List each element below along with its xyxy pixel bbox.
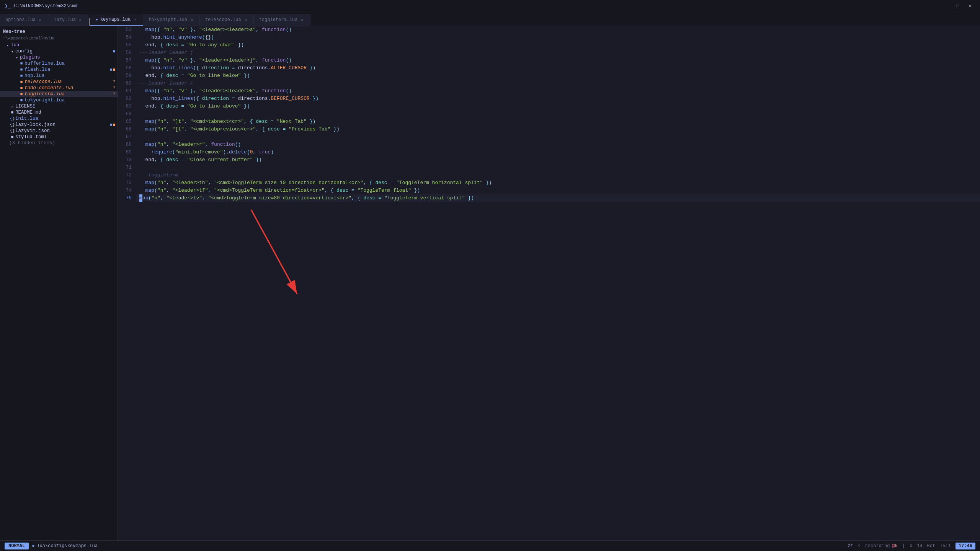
file-icon: ■	[9, 135, 15, 139]
tab-lazy[interactable]: lazy.lua ✕	[48, 14, 88, 26]
status-mode: NORMAL	[5, 543, 29, 549]
tree-label: (3 hidden items)	[9, 140, 118, 146]
tab-label: toggleterm.lua	[259, 17, 298, 23]
tab-keymaps[interactable]: ● keymaps.lua ✕	[90, 14, 143, 26]
tab-close-icon[interactable]: ✕	[243, 17, 248, 23]
tree-label: stylua.toml	[15, 134, 118, 140]
code-line-65: map("n", "]t", "<cmd>tabnext<cr>", { des…	[136, 118, 980, 126]
editor[interactable]: 53 54 55 56 57 58 59 60 61 62 63 64 65 6…	[118, 26, 980, 540]
warning-square	[113, 68, 115, 71]
status-separator: |	[902, 543, 905, 549]
code-line-66: map("n", "[t", "<cmd>tabprevious<cr>", {…	[136, 126, 980, 133]
titlebar: ❯_ C:\WINDOWS\system32\cmd ─ □ ✕	[0, 0, 980, 12]
tree-item-init[interactable]: {} init.lua	[0, 116, 118, 122]
code-line-58: hop.hint_lines({ direction = directions.…	[136, 64, 980, 72]
tab-close-icon[interactable]: ✕	[300, 17, 305, 23]
tree-item-config[interactable]: ▾ config	[0, 48, 118, 54]
main-content: Neo-tree ~\AppData\Local\nvim ▾ lua ▾ co…	[0, 26, 980, 540]
file-icon: ■	[18, 61, 24, 66]
close-button[interactable]: ✕	[965, 2, 975, 10]
tree-item-hidden: (3 hidden items)	[0, 140, 118, 146]
tab-label: lazy.lua	[54, 17, 76, 23]
tree-item-todo-comments[interactable]: ■ todo-comments.lua ?	[0, 85, 118, 91]
tab-toggleterm[interactable]: toggleterm.lua ✕	[254, 14, 310, 26]
tree-item-hop[interactable]: ■ hop.lua	[0, 73, 118, 79]
editor-content: 53 54 55 56 57 58 59 60 61 62 63 64 65 6…	[118, 26, 980, 540]
code-area[interactable]: map({ "n", "v" }, "<leader><leader>a", f…	[136, 26, 980, 540]
tree-item-toggleterm[interactable]: ■ toggleterm.lua ?	[0, 91, 118, 97]
tree-badge	[113, 50, 115, 52]
status-right: zz < recording @k | ≡ 14 Bot 75:1 17:46	[848, 543, 975, 549]
license-icon: ☆	[9, 104, 15, 109]
code-line-59: end, { desc = "Go to line below" })	[136, 72, 980, 80]
status-zz: zz	[848, 543, 853, 549]
code-line-70: end, { desc = "Close current buffer" })	[136, 156, 980, 164]
tab-tokyonight[interactable]: tokyonight.lua ✕	[143, 14, 200, 26]
file-icon: ■	[18, 73, 24, 78]
status-clock: 17:46	[956, 543, 975, 549]
tab-options[interactable]: options.lua ✕	[0, 14, 48, 26]
statusbar: NORMAL ● lua\config\keymaps.lua zz < rec…	[0, 540, 980, 551]
file-icon: ●	[32, 543, 34, 549]
tab-separator	[89, 18, 90, 26]
file-icon: {}	[9, 129, 15, 133]
tab-close-icon[interactable]: ✕	[189, 17, 194, 23]
tab-label: telescope.lua	[205, 17, 241, 23]
folder-open-icon: ▾	[5, 43, 11, 48]
file-icon: ■	[18, 67, 24, 72]
code-line-69: require("mini.bufremove").delete(0, true…	[136, 148, 980, 156]
tree-item-lazyvim[interactable]: {} lazyvim.json	[0, 128, 118, 134]
folder-open-icon: ▾	[14, 55, 20, 60]
line-count-icon: ≡	[910, 543, 912, 549]
file-icon: ■	[18, 98, 24, 103]
tree-label: plugins	[20, 55, 118, 60]
code-line-71	[136, 164, 980, 171]
tree-item-license[interactable]: ☆ LICENSE	[0, 103, 118, 109]
minimize-button[interactable]: ─	[940, 2, 951, 10]
maximize-button[interactable]: □	[952, 2, 963, 10]
tab-telescope[interactable]: telescope.lua ✕	[200, 14, 254, 26]
warning-square	[113, 124, 115, 126]
chevron-left-icon: <	[858, 543, 860, 549]
tree-item-bufferline[interactable]: ■ bufferline.lua	[0, 60, 118, 67]
editor-wrapper: 53 54 55 56 57 58 59 60 61 62 63 64 65 6…	[118, 26, 980, 540]
status-file: ● lua\config\keymaps.lua	[32, 543, 98, 549]
code-line-57: map({ "n", "v" }, "<leader><leader>j", f…	[136, 57, 980, 64]
file-icon: ■	[18, 92, 24, 96]
code-line-54: hop.hint_anywhere({})	[136, 34, 980, 41]
tree-label: LICENSE	[15, 104, 118, 109]
code-line-62: hop.hint_lines({ direction = directions.…	[136, 95, 980, 103]
file-icon: ■	[18, 86, 24, 90]
code-line-61: map({ "n", "v" }, "<leader><leader>k", f…	[136, 87, 980, 95]
folder-open-icon: ▾	[9, 49, 15, 54]
file-path: lua\config\keymaps.lua	[37, 543, 97, 549]
tab-dot: ●	[96, 18, 98, 22]
tree-badge: ?	[113, 92, 115, 96]
tree-item-flash[interactable]: ■ flash.lua	[0, 67, 118, 73]
tab-bar: options.lua ✕ lazy.lua ✕ ● keymaps.lua ✕…	[0, 12, 980, 26]
file-icon: ■	[18, 80, 24, 84]
sidebar-path: ~\AppData\Local\nvim	[0, 36, 118, 42]
tree-item-plugins[interactable]: ▾ plugins	[0, 54, 118, 60]
tab-close-icon[interactable]: ✕	[78, 17, 83, 23]
tree-label: hop.lua	[24, 73, 118, 78]
code-line-56: ---leader leader j	[136, 49, 980, 57]
tab-close-icon[interactable]: ✕	[38, 17, 42, 23]
cursor-position: 75:1	[940, 543, 951, 549]
tree-item-lazy-lock[interactable]: {} lazy-lock.json	[0, 122, 118, 128]
tree-item-lua[interactable]: ▾ lua	[0, 42, 118, 48]
tree-item-readme[interactable]: ■ README.md	[0, 109, 118, 116]
code-line-75: map("n", "<leader>tv", "<cmd>ToggleTerm …	[136, 194, 980, 202]
tree-item-telescope[interactable]: ■ telescope.lua ?	[0, 79, 118, 85]
line-count: 14	[917, 543, 922, 549]
tab-close-icon[interactable]: ✕	[133, 17, 137, 22]
file-tree-sidebar: Neo-tree ~\AppData\Local\nvim ▾ lua ▾ co…	[0, 26, 118, 540]
window-title: C:\WINDOWS\system32\cmd	[14, 3, 940, 9]
terminal-icon: ❯_	[5, 3, 11, 9]
code-line-64	[136, 110, 980, 118]
tree-item-tokyonight[interactable]: ■ tokyonight.lua	[0, 97, 118, 103]
tree-item-stylua[interactable]: ■ stylua.toml	[0, 134, 118, 140]
tab-label: tokyonight.lua	[149, 17, 187, 23]
tree-label: lazy-lock.json	[15, 122, 110, 127]
code-line-55: end, { desc = "Go to any char" })	[136, 41, 980, 49]
